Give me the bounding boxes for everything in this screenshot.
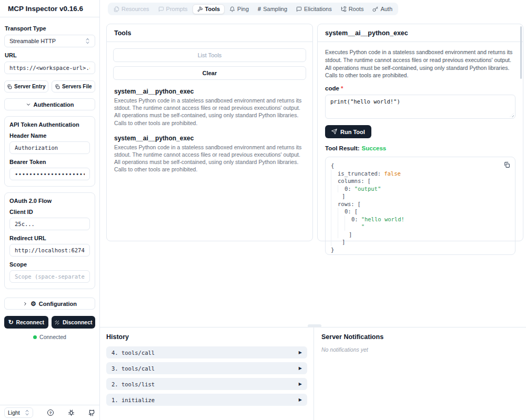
history-item[interactable]: 4. tools/call ▶ <box>106 346 307 358</box>
tab-elicitations[interactable]: Elicitations <box>292 4 336 14</box>
bearer-token-input[interactable] <box>9 168 90 180</box>
tab-sampling-label: Sampling <box>263 6 287 12</box>
tool-name: system__ai__python_exec <box>114 135 305 142</box>
tab-ping-label: Ping <box>237 6 249 12</box>
url-label: URL <box>5 52 95 58</box>
tool-description: Executes Python code in a stateless sand… <box>114 144 305 173</box>
clear-button[interactable]: Clear <box>113 66 306 80</box>
chevron-down-icon <box>26 102 31 107</box>
bottom-panels: History 4. tools/call ▶ 3. tools/call ▶ … <box>100 327 526 420</box>
history-panel: History 4. tools/call ▶ 3. tools/call ▶ … <box>100 327 314 420</box>
oauth-title: OAuth 2.0 Flow <box>9 198 90 204</box>
list-tools-button[interactable]: List Tools <box>113 48 306 62</box>
history-item[interactable]: 3. tools/call ▶ <box>106 362 307 374</box>
authentication-toggle-label: Authentication <box>34 101 74 108</box>
sidebar: MCP Inspector v0.16.6 Transport Type Str… <box>0 0 100 420</box>
code-input[interactable]: print("hello world!") <box>325 95 515 119</box>
json-line: 0:"hello world! " <box>331 216 510 231</box>
files-icon <box>114 6 119 12</box>
expand-arrow-icon: ▶ <box>299 350 302 355</box>
json-line: } <box>331 246 510 254</box>
tab-tools[interactable]: Tools <box>193 4 225 14</box>
run-tool-label: Run Tool <box>340 129 365 135</box>
history-item[interactable]: 1. initialize ▶ <box>106 394 307 406</box>
tab-sampling[interactable]: # Sampling <box>254 4 291 14</box>
tab-prompts-label: Prompts <box>166 6 188 12</box>
tool-list-item[interactable]: system__ai__python_exec Executes Python … <box>113 88 306 127</box>
copy-result-button[interactable] <box>503 161 510 168</box>
bug-report-button[interactable] <box>68 409 75 416</box>
json-line: 0:[ <box>331 208 510 216</box>
json-line: columns:[ <box>331 177 510 185</box>
app-title: MCP Inspector v0.16.6 <box>0 0 99 17</box>
folder-tree-icon <box>341 6 347 12</box>
configuration-toggle[interactable]: ⚙ Configuration <box>4 298 95 310</box>
history-item-label: 1. initialize <box>112 397 155 403</box>
code-label-text: code <box>325 85 339 91</box>
json-line: 0:"output" <box>331 185 510 193</box>
authentication-toggle[interactable]: Authentication <box>4 98 95 110</box>
transport-type-select[interactable]: Streamable HTTP <box>4 35 95 47</box>
history-item[interactable]: 2. tools/list ▶ <box>106 378 307 390</box>
run-tool-button[interactable]: Run Tool <box>325 125 371 138</box>
expand-arrow-icon: ▶ <box>299 397 302 402</box>
tool-result-row: Tool Result:Success <box>325 145 515 151</box>
header-name-label: Header Name <box>9 132 90 139</box>
theme-select[interactable]: Light <box>4 407 33 418</box>
send-icon <box>331 129 337 135</box>
bell-icon <box>229 6 235 12</box>
no-notifications-text: No notifications yet <box>321 346 519 353</box>
tool-list-item[interactable]: system__ai__python_exec Executes Python … <box>113 135 306 173</box>
scope-input[interactable] <box>9 270 90 283</box>
transport-type-label: Transport Type <box>5 25 95 32</box>
configuration-toggle-label: Configuration <box>39 301 77 307</box>
redirect-url-input[interactable] <box>9 244 90 257</box>
json-line: ] <box>331 238 510 246</box>
tool-detail-panel: system__ai__python_exec Executes Python … <box>317 24 523 241</box>
tool-detail-description: Executes Python code in a stateless sand… <box>325 48 515 79</box>
tool-name: system__ai__python_exec <box>114 88 305 95</box>
transport-type-value: Streamable HTTP <box>9 38 56 44</box>
github-icon <box>88 409 95 416</box>
tab-roots[interactable]: Roots <box>337 4 368 14</box>
tools-list-panel: Tools List Tools Clear system__ai__pytho… <box>106 24 313 241</box>
history-item-label: 3. tools/call <box>112 365 155 372</box>
bug-icon <box>68 409 75 416</box>
url-input[interactable] <box>4 62 95 74</box>
header-name-input[interactable] <box>9 141 90 154</box>
server-notifications-panel: Server Notifications No notifications ye… <box>314 327 526 420</box>
history-title: History <box>106 333 307 341</box>
scope-label: Scope <box>9 261 90 268</box>
tab-resources[interactable]: Resources <box>109 4 154 14</box>
api-token-title: API Token Authentication <box>9 121 90 128</box>
copy-icon <box>503 161 510 168</box>
reconnect-button[interactable]: ↻ Reconnect <box>4 316 48 329</box>
top-nav: Resources Prompts Tools Ping # Sampling … <box>108 3 398 15</box>
servers-file-button[interactable]: Servers File <box>52 80 96 93</box>
json-line: { <box>331 162 510 170</box>
reconnect-label: Reconnect <box>16 319 44 325</box>
result-json-viewer: { is_truncated:false columns:[ 0:"output… <box>325 157 515 255</box>
api-token-card: API Token Authentication Header Name Bea… <box>4 116 95 187</box>
disconnect-icon <box>54 320 60 325</box>
server-entry-label: Server Entry <box>14 84 45 89</box>
client-id-label: Client ID <box>9 209 90 215</box>
tool-result-label: Tool Result: <box>325 145 360 151</box>
tab-resources-label: Resources <box>122 6 149 12</box>
tab-prompts[interactable]: Prompts <box>154 4 192 14</box>
tab-ping[interactable]: Ping <box>225 4 253 14</box>
copy-icon <box>7 84 12 89</box>
hammer-icon <box>197 6 203 12</box>
tab-auth[interactable]: Auth <box>368 4 397 14</box>
github-button[interactable] <box>88 409 95 416</box>
help-button[interactable]: ? <box>47 409 54 416</box>
disconnect-button[interactable]: Disconnect <box>52 316 96 329</box>
tab-elicitations-label: Elicitations <box>304 6 332 12</box>
server-entry-button[interactable]: Server Entry <box>4 80 48 93</box>
client-id-input[interactable] <box>9 218 90 230</box>
chevron-right-icon <box>23 301 28 306</box>
history-item-label: 2. tools/list <box>112 381 155 387</box>
json-line: rows:[ <box>331 200 510 208</box>
refresh-icon: ↻ <box>8 319 13 326</box>
scrollbar-thumb[interactable] <box>520 26 522 79</box>
